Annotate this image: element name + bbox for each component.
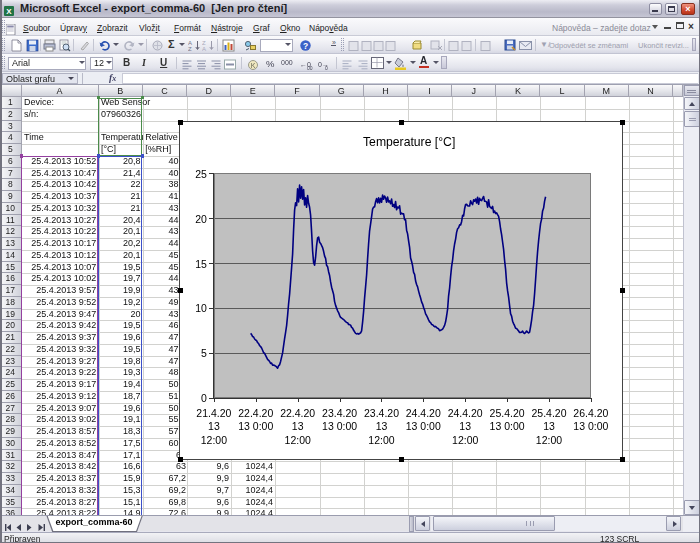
svg-text:X: X [6, 7, 12, 16]
svg-text:K: K [251, 62, 256, 69]
svg-text:?: ? [303, 41, 308, 51]
svg-text:00: 00 [307, 65, 313, 71]
svg-text:A: A [202, 46, 206, 52]
svg-text:0: 0 [325, 65, 328, 71]
svg-text:Z: Z [188, 46, 192, 52]
